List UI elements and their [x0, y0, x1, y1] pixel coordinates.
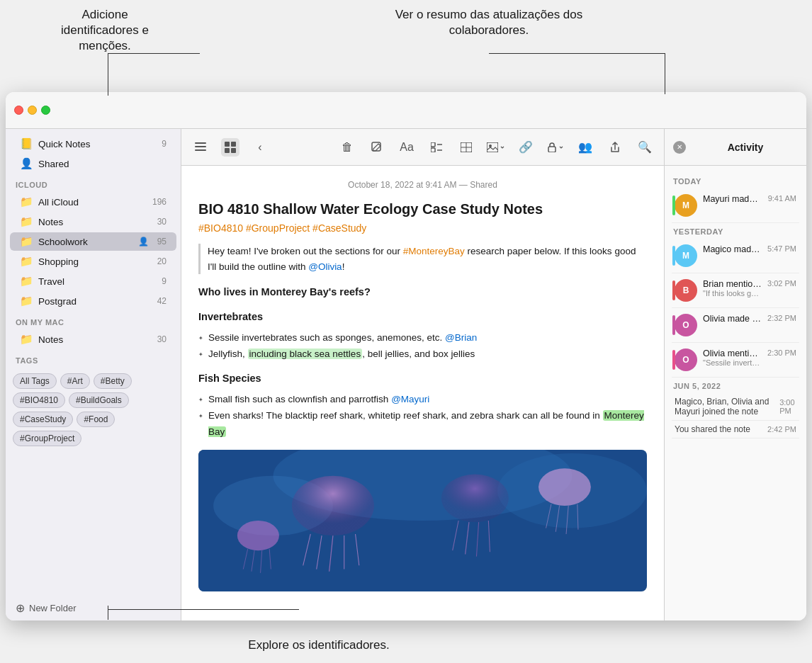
table-button[interactable]: [457, 138, 475, 157]
annotation-bottom: Explore os identificadores.: [213, 638, 425, 653]
svg-rect-3: [225, 142, 230, 147]
list-view-button[interactable]: [191, 138, 210, 157]
tags-section-header: Tags: [6, 349, 181, 368]
jellyfish-svg: [198, 450, 647, 591]
tag-food[interactable]: #Food: [77, 412, 115, 427]
activity-item-shared: You shared the note 2:42 PM: [672, 421, 799, 438]
on-my-mac-section-header: On My Mac: [6, 311, 181, 329]
app-body: 📒 Quick Notes 9 👤 Shared iCloud 📁 All iC…: [6, 129, 806, 620]
svg-point-28: [441, 475, 509, 523]
list-item-sharks: Even sharks! The blacktip reef shark, wh…: [208, 408, 647, 441]
folder-icon-schoolwork: 📁: [20, 235, 33, 248]
compose-button[interactable]: [368, 138, 386, 157]
icloud-section-header: iCloud: [6, 174, 181, 192]
activity-item-olivia-mentioned[interactable]: O Olivia mentioned... "Sessile invertebr…: [672, 343, 799, 378]
annotation-top-right: Ver o resumo das atualizações dos colabo…: [354, 7, 624, 38]
folder-icon-travel: 📁: [20, 275, 33, 288]
search-button[interactable]: 🔍: [636, 138, 654, 157]
back-button[interactable]: ‹: [251, 138, 269, 157]
close-button[interactable]: [14, 106, 23, 115]
tag-art[interactable]: #Art: [60, 373, 90, 389]
sidebar-item-travel[interactable]: 📁 Travel 9: [10, 272, 176, 290]
checklist-button[interactable]: [427, 138, 446, 157]
maximize-button[interactable]: [41, 106, 50, 115]
note-area: ‹ 🗑 Aa: [181, 129, 665, 620]
tag-betty[interactable]: #Betty: [94, 373, 132, 389]
today-header: TODAY: [672, 173, 799, 188]
brian-indicator: [672, 280, 675, 300]
mention-brian: @Brian: [445, 332, 477, 343]
svg-rect-17: [548, 147, 556, 152]
new-folder-plus-icon: ⊕: [16, 601, 25, 615]
activity-item-magico[interactable]: M Magico made edits 5:47 PM: [672, 239, 799, 273]
tag-groupproject[interactable]: #GroupProject: [13, 431, 81, 446]
link-button[interactable]: 🔗: [517, 138, 535, 157]
note-body: Hey team! I've broken out the sections f…: [198, 244, 647, 591]
list-item-clownfish: Small fish such as clownfish and parrotf…: [208, 392, 647, 408]
new-folder-button[interactable]: ⊕ New Folder: [6, 596, 181, 620]
grid-view-button[interactable]: [221, 138, 239, 157]
tag-all-tags[interactable]: All Tags: [13, 373, 57, 389]
tag-casestudy[interactable]: #CaseStudy: [13, 412, 73, 427]
mayuri-avatar: M: [675, 194, 697, 217]
new-folder-label: New Folder: [29, 603, 76, 613]
olivia-edits-indicator: [672, 315, 675, 335]
activity-toolbar: ✕ Activity: [665, 129, 806, 166]
activity-item-mayuri-today[interactable]: M Mayuri made ed... 9:41 AM: [672, 188, 799, 223]
share-button[interactable]: [606, 138, 624, 157]
svg-rect-0: [195, 142, 206, 144]
activity-item-brian[interactable]: B Brian mentioned L... "If this looks go…: [672, 273, 799, 308]
svg-rect-2: [195, 149, 206, 151]
fish-list: Small fish such as clownfish and parrotf…: [198, 392, 647, 441]
delete-button[interactable]: 🗑: [338, 138, 356, 157]
olivia-mentioned-avatar: O: [675, 348, 697, 371]
sidebar-item-shared[interactable]: 👤 Shared: [10, 154, 176, 173]
list-item-jellyfish: Jellyfish, including black sea nettles, …: [208, 346, 647, 363]
activity-close-button[interactable]: ✕: [673, 141, 686, 154]
svg-rect-8: [431, 142, 435, 147]
sidebar-item-quick-notes-count: 9: [162, 139, 167, 149]
sidebar-item-shopping[interactable]: 📁 Shopping 20: [10, 252, 176, 271]
svg-point-33: [538, 469, 591, 506]
share-collab-button[interactable]: 👥: [576, 138, 594, 157]
svg-rect-5: [225, 148, 230, 153]
tag-buildgoals[interactable]: #BuildGoals: [69, 392, 129, 408]
note-content: October 18, 2022 at 9:41 AM — Shared BIO…: [181, 166, 664, 620]
activity-content: TODAY M Mayuri made ed... 9:41 AM YESTER…: [665, 166, 806, 620]
app-window: 📒 Quick Notes 9 👤 Shared iCloud 📁 All iC…: [6, 92, 806, 620]
sidebar-item-notes-icloud[interactable]: 📁 Notes 30: [10, 212, 176, 231]
minimize-button[interactable]: [28, 106, 37, 115]
lock-button[interactable]: [546, 138, 565, 157]
sidebar-item-schoolwork[interactable]: 📁 Schoolwork 👤 95: [10, 232, 176, 251]
note-tags: #BIO4810 #GroupProject #CaseStudy: [198, 222, 647, 234]
tag-bio4810[interactable]: #BIO4810: [13, 392, 65, 408]
schoolwork-shared-icon: 👤: [138, 237, 149, 246]
folder-icon-all-icloud: 📁: [20, 196, 33, 208]
activity-item-olivia-edits[interactable]: O Olivia made edits 2:32 PM: [672, 308, 799, 343]
activity-item-joined: Magico, Brian, Olivia and Mayuri joined …: [672, 393, 799, 421]
activity-panel: ✕ Activity TODAY M Mayuri made ed... 9:4…: [665, 129, 806, 620]
magico-avatar: M: [675, 244, 697, 267]
section-heading-fish: Fish Species: [198, 370, 647, 387]
mention-mayuri: @Mayuri: [391, 394, 429, 404]
sidebar-item-quick-notes[interactable]: 📒 Quick Notes 9: [10, 135, 176, 153]
sidebar-item-notes-mac[interactable]: 📁 Notes 30: [10, 330, 176, 348]
list-item-sessile: Sessile invertebrates such as sponges, a…: [208, 330, 647, 346]
font-button[interactable]: Aa: [397, 138, 416, 157]
svg-rect-9: [431, 148, 435, 152]
sidebar-item-postgrad[interactable]: 📁 Postgrad 42: [10, 292, 176, 310]
folder-icon-notes-mac: 📁: [20, 333, 33, 346]
image-button[interactable]: [487, 138, 505, 157]
olivia-mentioned-indicator: [672, 350, 675, 370]
folder-icon-shopping: 📁: [20, 255, 33, 268]
sidebar-item-shared-label: Shared: [38, 159, 167, 169]
svg-rect-1: [195, 146, 206, 147]
svg-point-22: [292, 476, 374, 536]
activity-brian-text: Brian mentioned L... "If this looks good…: [703, 279, 762, 298]
activity-olivia-edits-text: Olivia made edits: [703, 314, 762, 324]
sidebar-item-all-icloud[interactable]: 📁 All iCloud 196: [10, 193, 176, 211]
olivia-edits-avatar: O: [675, 314, 697, 336]
shared-icon: 👤: [20, 157, 33, 170]
brian-avatar: B: [675, 279, 697, 302]
note-meta: October 18, 2022 at 9:41 AM — Shared: [198, 180, 647, 190]
